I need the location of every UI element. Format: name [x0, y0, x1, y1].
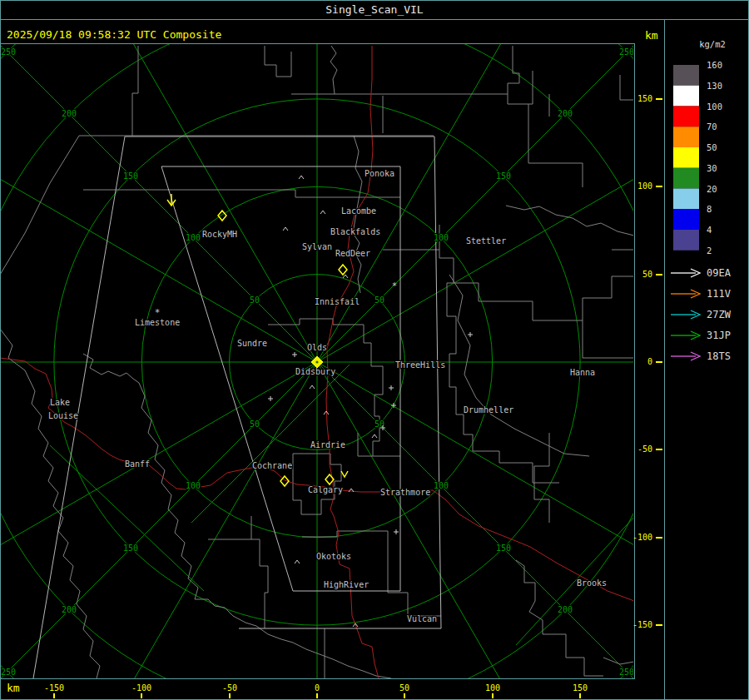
x-axis-label: 150 — [573, 683, 588, 693]
ring-label: 200 — [558, 605, 573, 614]
legend-color-box — [673, 189, 699, 210]
city-label: Okotoks — [316, 552, 351, 561]
x-axis-label: -100 — [131, 683, 151, 693]
city-label: Stettler — [466, 236, 506, 246]
city-label: Vulcan — [407, 614, 437, 623]
city-label: RedDeer — [335, 249, 370, 258]
x-axis-label: -50 — [222, 683, 237, 693]
city-label: Strathmore — [380, 488, 430, 497]
city-label: Olds — [307, 343, 327, 352]
x-axis-label: 100 — [485, 683, 500, 693]
legend-color-box — [673, 209, 699, 230]
city-label: Lacombe — [341, 206, 376, 216]
city-label: HighRiver — [324, 580, 369, 589]
legend-color-box — [673, 86, 699, 107]
y-axis-label: 150 — [637, 94, 652, 103]
city-label: Limestone — [135, 318, 180, 327]
ring-label: 200 — [62, 109, 77, 118]
city-label: Ponoka — [365, 169, 394, 178]
city-label: Louise — [48, 411, 78, 420]
svg-text:*: * — [155, 307, 161, 318]
y-axis-label: -50 — [637, 444, 652, 454]
ring-label: 200 — [558, 109, 573, 118]
y-axis-label: 50 — [642, 270, 652, 279]
x-axis-label: -150 — [44, 683, 64, 693]
ring-label: 150 — [496, 544, 511, 553]
legend-value: 50 — [707, 142, 717, 152]
timestamp: 2025/09/18 09:58:32 UTC Composite — [7, 28, 221, 41]
svg-text:*: * — [392, 280, 398, 291]
x-axis-label: 50 — [399, 683, 409, 693]
ring-label: 250 — [1, 668, 16, 677]
radar-window: 50 100 150 200 250 50 100 150 200 250 50… — [0, 0, 749, 700]
city-label: Hanna — [570, 368, 595, 377]
legend-value: 30 — [707, 163, 717, 173]
x-axis-label: 0 — [315, 683, 320, 693]
y-axis-label: -100 — [632, 533, 652, 542]
city-label: Lake — [50, 398, 70, 407]
window-title: Single_Scan_VIL — [325, 3, 424, 16]
legend-unit-label: kg/m2 — [699, 39, 726, 49]
legend-color-box — [673, 107, 699, 127]
legend-value: 8 — [707, 204, 712, 214]
storm-track-id: 31JP — [707, 330, 731, 341]
ring-label: 100 — [434, 481, 449, 490]
city-label: Sylvan — [302, 242, 332, 251]
y-axis-label: 0 — [647, 357, 652, 366]
city-label: RockyMH — [202, 230, 237, 239]
ring-label: 200 — [62, 605, 77, 614]
legend-color-box — [673, 65, 699, 86]
city-label: Brooks — [577, 578, 607, 588]
legend-value: 20 — [707, 184, 717, 194]
storm-track-id: 18TS — [707, 350, 731, 362]
ring-label: 250 — [1, 47, 16, 57]
city-label: Cochrane — [252, 461, 292, 470]
legend-value: 160 — [707, 60, 722, 70]
ring-label: 100 — [186, 233, 201, 242]
ring-label: 250 — [619, 47, 634, 57]
ring-label: 50 — [250, 295, 260, 305]
y-axis-label: 100 — [637, 181, 652, 191]
legend-value: 100 — [707, 102, 722, 112]
ring-label: 50 — [374, 295, 384, 305]
bottom-axis-unit: km — [7, 682, 20, 694]
storm-track-id: 09EA — [707, 267, 732, 279]
legend-value: 2 — [707, 246, 712, 256]
ring-label: 150 — [123, 544, 138, 553]
city-label: Innisfail — [315, 297, 360, 306]
city-label: Banff — [125, 459, 150, 469]
city-label: Drumheller — [464, 405, 513, 415]
city-label: Sundre — [237, 339, 267, 348]
legend-color-box — [673, 147, 699, 168]
ring-label: 150 — [123, 171, 138, 181]
city-label: Calgary — [308, 485, 343, 494]
city-label: ThreeHills — [395, 360, 445, 370]
legend-color-box — [673, 127, 699, 147]
ring-label: 100 — [186, 481, 201, 490]
storm-track-id: 27ZW — [707, 309, 732, 320]
city-label: Airdrie — [310, 440, 345, 449]
ring-label: 100 — [434, 233, 449, 242]
ring-label: 50 — [250, 420, 260, 429]
legend-value: 4 — [707, 225, 712, 235]
city-label: Blackfalds — [330, 227, 380, 236]
ring-label: 150 — [496, 171, 511, 181]
legend-value: 70 — [707, 122, 717, 132]
ring-label: 250 — [619, 668, 634, 677]
legend-color-box — [673, 230, 699, 251]
legend-color-box — [673, 168, 699, 189]
city-label: Didsbury — [295, 367, 335, 376]
legend-value: 130 — [707, 81, 722, 91]
right-axis-unit: km — [645, 29, 658, 42]
storm-track-id: 111V — [707, 288, 731, 300]
y-axis-label: -150 — [632, 620, 652, 629]
